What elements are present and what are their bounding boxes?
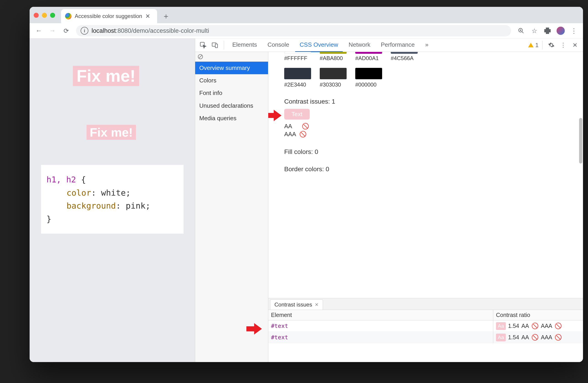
fail-icon: 🚫 <box>531 334 539 341</box>
drawer-table-header: Element Contrast ratio <box>268 310 583 320</box>
css-overview-scroll[interactable]: #FFFFFF #ABA800 #AD00A1 #4C566A #2E3440 … <box>268 52 583 298</box>
window-controls <box>34 13 55 18</box>
chrome-menu-button[interactable]: ⋮ <box>568 25 580 37</box>
drawer-tabbar: Contrast issues ✕ <box>268 298 583 310</box>
devtools-menu-button[interactable]: ⋮ <box>558 40 568 50</box>
new-tab-button[interactable]: ＋ <box>160 10 172 22</box>
zoom-indicator-icon[interactable] <box>515 25 527 37</box>
color-swatch[interactable]: #AD00A1 <box>355 52 382 62</box>
favicon-icon <box>65 13 71 19</box>
devtools-settings-button[interactable] <box>546 40 557 50</box>
tab-close-button[interactable]: ✕ <box>145 13 150 20</box>
fail-icon: 🚫 <box>302 122 309 130</box>
table-row[interactable]: #text Aa 1.54 AA 🚫 AAA 🚫 <box>268 320 583 332</box>
window-close-button[interactable] <box>34 13 39 18</box>
devtools-tabbar: Elements Console CSS Overview Network Pe… <box>195 39 583 52</box>
color-swatch-row: #2E3440 #303030 #000000 <box>284 68 583 88</box>
fail-icon: 🚫 <box>555 322 562 329</box>
inspect-element-button[interactable] <box>198 40 208 50</box>
contrast-ratings: AA 🚫 AAA🚫 <box>284 122 583 138</box>
browser-toolbar: ← → ⟳ i localhost:8080/demo/accessible-c… <box>30 23 583 39</box>
tab-more-button[interactable]: » <box>421 38 433 52</box>
svg-line-1 <box>522 32 524 33</box>
issues-badge[interactable]: 1 <box>528 42 539 49</box>
color-swatch[interactable]: #303030 <box>320 68 346 88</box>
rating-aa-label: AA <box>284 122 292 130</box>
color-swatch[interactable]: #ABA800 <box>320 52 346 62</box>
col-contrast-ratio: Contrast ratio <box>493 310 583 320</box>
extensions-button[interactable] <box>542 25 553 37</box>
issues-count: 1 <box>535 42 539 49</box>
browser-tab[interactable]: Accessible color suggestion ✕ <box>61 9 157 23</box>
profile-button[interactable] <box>555 25 567 37</box>
avatar <box>557 27 565 35</box>
fail-icon: 🚫 <box>555 334 562 341</box>
back-button[interactable]: ← <box>33 25 45 37</box>
color-swatch[interactable]: #4C566A <box>391 52 417 62</box>
drawer-tab-label: Contrast issues <box>274 301 312 308</box>
rendered-page: Fix me! Fix me! h1, h2 { color: white; b… <box>30 39 195 362</box>
color-swatch[interactable]: #FFFFFF <box>284 52 311 62</box>
annotation-arrow-icon <box>268 110 282 121</box>
text-sample-chip: Aa <box>496 334 506 341</box>
devtools-close-button[interactable]: ✕ <box>570 40 580 50</box>
drawer-tab-close-button[interactable]: ✕ <box>315 302 319 307</box>
fail-icon: 🚫 <box>531 322 539 329</box>
text-sample-chip: Aa <box>496 322 506 330</box>
device-toolbar-button[interactable] <box>210 40 220 50</box>
code-snippet: h1, h2 { color: white; background: pink;… <box>41 165 184 234</box>
content-row: Fix me! Fix me! h1, h2 { color: white; b… <box>30 39 583 362</box>
bookmark-button[interactable]: ☆ <box>528 25 540 37</box>
sidebar-item-media-queries[interactable]: Media queries <box>195 112 268 125</box>
table-row[interactable]: #text Aa 1.54 AA 🚫 AAA 🚫 <box>268 332 583 343</box>
reload-button[interactable]: ⟳ <box>60 25 72 37</box>
puzzle-icon <box>544 28 551 34</box>
color-swatch[interactable]: #2E3440 <box>284 68 311 88</box>
svg-line-8 <box>199 55 202 58</box>
page-heading-1: Fix me! <box>73 66 139 86</box>
color-swatch[interactable]: #000000 <box>355 68 382 88</box>
warning-icon <box>528 43 534 47</box>
tab-network[interactable]: Network <box>344 38 375 52</box>
element-cell: #text <box>268 320 493 332</box>
tab-console[interactable]: Console <box>263 38 294 52</box>
browser-tabstrip: Accessible color suggestion ✕ ＋ <box>30 7 583 23</box>
ratio-cell: Aa 1.54 AA 🚫 AAA 🚫 <box>493 332 583 343</box>
browser-window: Accessible color suggestion ✕ ＋ ← → ⟳ i … <box>30 7 583 362</box>
page-heading-2: Fix me! <box>86 125 136 140</box>
sidebar-clear-button[interactable] <box>195 52 268 62</box>
sidebar-item-font-info[interactable]: Font info <box>195 87 268 99</box>
site-info-icon[interactable]: i <box>81 27 88 35</box>
css-overview-main: #FFFFFF #ABA800 #AD00A1 #4C566A #2E3440 … <box>268 52 583 362</box>
contrast-issue-swatch[interactable]: Text <box>284 109 310 120</box>
window-minimize-button[interactable] <box>42 13 47 18</box>
tab-performance[interactable]: Performance <box>376 38 419 52</box>
window-zoom-button[interactable] <box>50 13 55 18</box>
border-colors-heading: Border colors: 0 <box>284 166 583 173</box>
svg-rect-6 <box>215 44 217 48</box>
forward-button[interactable]: → <box>46 25 58 37</box>
fill-colors-heading: Fill colors: 0 <box>284 148 583 155</box>
tab-title: Accessible color suggestion <box>75 13 142 19</box>
tab-elements[interactable]: Elements <box>228 38 261 52</box>
sidebar-item-unused-declarations[interactable]: Unused declarations <box>195 100 268 112</box>
annotation-arrow-icon <box>246 323 262 335</box>
url-text: localhost:8080/demo/accessible-color-mul… <box>92 27 209 34</box>
address-bar[interactable]: i localhost:8080/demo/accessible-color-m… <box>76 25 511 36</box>
rating-aaa-label: AAA <box>284 130 296 138</box>
devtools-drawer: Contrast issues ✕ Element Contrast ratio <box>268 298 583 362</box>
contrast-issues-heading: Contrast issues: 1 <box>284 98 583 105</box>
fail-icon: 🚫 <box>299 130 307 138</box>
devtools-panel: Elements Console CSS Overview Network Pe… <box>195 39 583 362</box>
sidebar-item-colors[interactable]: Colors <box>195 74 268 87</box>
col-element: Element <box>268 310 493 320</box>
color-swatch-row: #FFFFFF #ABA800 #AD00A1 #4C566A <box>284 52 583 62</box>
tab-css-overview[interactable]: CSS Overview <box>295 38 343 52</box>
ratio-cell: Aa 1.54 AA 🚫 AAA 🚫 <box>493 320 583 332</box>
drawer-tab-contrast-issues[interactable]: Contrast issues ✕ <box>270 299 323 310</box>
sidebar-item-overview-summary[interactable]: Overview summary <box>195 62 268 74</box>
element-cell: #text <box>268 332 493 343</box>
css-overview-sidebar: Overview summary Colors Font info Unused… <box>195 52 268 362</box>
